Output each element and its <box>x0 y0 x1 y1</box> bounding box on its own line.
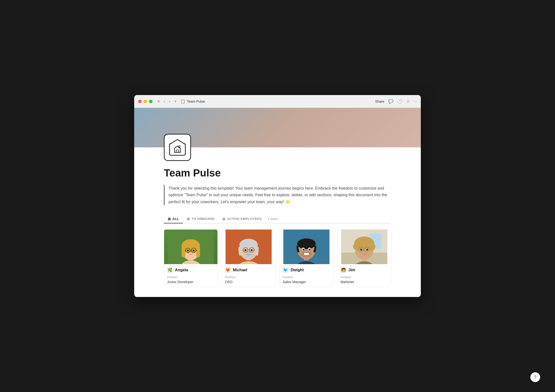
tab-all-icon: ⊞ <box>168 217 171 221</box>
svg-point-58 <box>368 243 375 250</box>
help-button[interactable]: ? <box>530 372 540 382</box>
jim-card-body: 🧑 Jim Position Marketer <box>338 264 391 287</box>
cards-grid: 🌿 Angela Position Junior Developer <box>164 229 391 287</box>
jim-avatar: 🧑 <box>341 267 346 273</box>
page-tab-icon: 📋 <box>180 99 185 104</box>
dwight-card-body: 🐦 Dwight Position Sales Manager <box>280 264 333 287</box>
angela-position-value: Junior Developer <box>167 280 214 284</box>
svg-rect-0 <box>170 143 185 155</box>
svg-point-35 <box>297 238 316 249</box>
angela-position-label: Position <box>167 275 214 279</box>
page-title: Team Pulse <box>164 167 391 179</box>
svg-rect-8 <box>182 246 186 257</box>
michael-position-value: CRO <box>225 280 272 284</box>
nav-controls: ≡ ‹ › + <box>156 99 177 104</box>
dwight-name: Dwight <box>291 268 304 272</box>
person-card-dwight[interactable]: 🐦 Dwight Position Sales Manager <box>279 229 333 287</box>
jim-photo <box>338 230 391 264</box>
traffic-lights <box>138 100 152 103</box>
blockquote-section: Thank you for selecting this template! Y… <box>164 185 391 205</box>
person-card-michael[interactable]: 🦊 Michael Position CRO <box>222 229 276 287</box>
back-button[interactable]: ‹ <box>163 99 166 104</box>
dwight-name-row: 🐦 Dwight <box>283 267 330 273</box>
tab-to-onboard[interactable]: ⊞ TO ONBOARD <box>183 215 218 223</box>
dwight-avatar: 🐦 <box>283 267 289 273</box>
dwight-position-value: Sales Manager <box>283 280 330 284</box>
content-area: Team Pulse Thank you for selecting this … <box>134 147 421 297</box>
more-icon[interactable]: ··· <box>414 99 417 104</box>
share-button[interactable]: Share <box>375 99 384 103</box>
tab-onboard-icon: ⊞ <box>187 217 190 221</box>
forward-button[interactable]: › <box>168 99 171 104</box>
tab-onboard-label: TO ONBOARD <box>192 217 215 221</box>
person-card-angela[interactable]: 🌿 Angela Position Junior Developer <box>164 229 218 287</box>
tab-active-label: ACTIVE EMPLOYEES <box>227 217 262 221</box>
jim-position-value: Marketer <box>341 280 388 284</box>
michael-avatar: 🦊 <box>225 267 231 273</box>
michael-photo <box>222 230 275 264</box>
angela-card-body: 🌿 Angela Position Junior Developer <box>164 264 217 287</box>
tab-active-icon: ⊞ <box>222 217 226 221</box>
svg-point-41 <box>302 249 304 251</box>
minimize-button[interactable] <box>144 100 147 103</box>
hero-banner <box>134 108 421 147</box>
angela-name-row: 🌿 Angela <box>167 267 214 273</box>
svg-point-64 <box>360 249 362 251</box>
angela-photo <box>164 230 217 264</box>
tabs-bar: ⊞ ALL ⊞ TO ONBOARD ⊞ ACTIVE EMPLOYEES 1 … <box>164 215 391 223</box>
angela-name: Angela <box>175 268 188 272</box>
tab-more[interactable]: 1 more... <box>266 215 282 223</box>
page-tab-title: Team Pulse <box>187 99 205 103</box>
svg-point-44 <box>310 249 310 249</box>
person-card-jim[interactable]: 🧑 Jim Position Marketer <box>337 229 391 287</box>
svg-point-65 <box>366 249 368 251</box>
titlebar-right: Share 💬 🕐 ☆ ··· <box>375 99 417 104</box>
svg-rect-9 <box>196 246 200 257</box>
page-content: Team Pulse Thank you for selecting this … <box>134 108 421 297</box>
close-button[interactable] <box>138 100 142 103</box>
title-bar: ≡ ‹ › + 📋 Team Pulse Share 💬 🕐 ☆ ··· <box>134 95 421 108</box>
angela-avatar: 🌿 <box>167 267 173 273</box>
svg-point-42 <box>309 249 311 251</box>
michael-name-row: 🦊 Michael <box>225 267 272 273</box>
michael-card-body: 🦊 Michael Position CRO <box>222 264 275 287</box>
tab-all-label: ALL <box>172 217 179 221</box>
tab-all[interactable]: ⊞ ALL <box>164 215 183 223</box>
dwight-position-label: Position <box>283 275 330 279</box>
cube-house-icon <box>168 137 187 157</box>
svg-point-16 <box>193 250 195 252</box>
michael-position-label: Position <box>225 275 272 279</box>
svg-point-15 <box>187 250 189 252</box>
svg-rect-45 <box>304 253 309 255</box>
jim-name: Jim <box>348 268 355 272</box>
page-icon-box <box>164 134 191 161</box>
michael-name: Michael <box>233 268 247 272</box>
menu-button[interactable]: ≡ <box>156 99 161 104</box>
add-button[interactable]: + <box>173 99 177 104</box>
blockquote-text: Thank you for selecting this template! Y… <box>169 185 391 205</box>
svg-point-29 <box>251 249 253 251</box>
page-icon-wrapper <box>164 134 191 161</box>
jim-position-label: Position <box>341 275 388 279</box>
maximize-button[interactable] <box>149 100 152 103</box>
svg-point-21 <box>239 239 258 251</box>
svg-point-28 <box>245 249 247 251</box>
tab-active-employees[interactable]: ⊞ ACTIVE EMPLOYEES <box>218 215 266 223</box>
jim-name-row: 🧑 Jim <box>341 267 388 273</box>
history-icon[interactable]: 🕐 <box>397 99 402 104</box>
svg-point-43 <box>303 249 304 249</box>
dwight-photo <box>280 230 333 264</box>
browser-window: ≡ ‹ › + 📋 Team Pulse Share 💬 🕐 ☆ ··· <box>134 95 421 297</box>
star-icon[interactable]: ☆ <box>406 99 410 104</box>
comment-icon[interactable]: 💬 <box>388 99 393 104</box>
